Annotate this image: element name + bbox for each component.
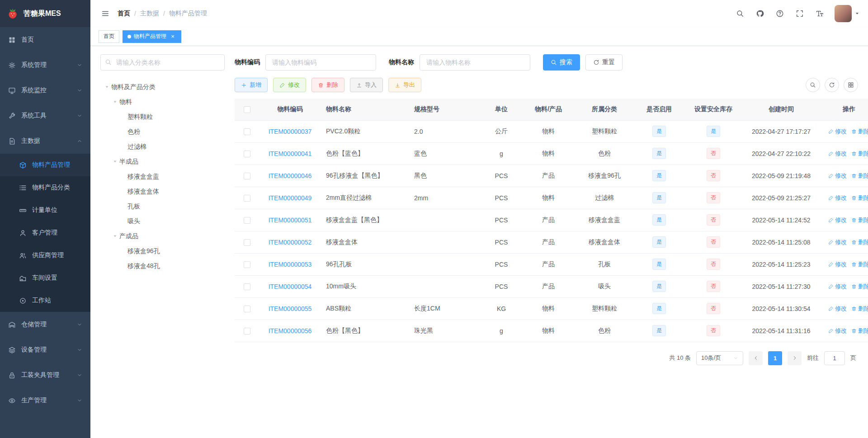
row-checkbox[interactable]: [244, 283, 250, 290]
row-edit-button[interactable]: 修改: [828, 305, 847, 313]
tab-material-product-mgmt[interactable]: 物料产品管理×: [123, 30, 181, 43]
tree-node[interactable]: 移液盒48孔: [100, 259, 225, 273]
columns-button[interactable]: [844, 78, 858, 92]
sidebar-item-system-monitor[interactable]: 系统监控: [0, 78, 90, 103]
app-logo[interactable]: 苦糖果MES: [0, 0, 90, 27]
row-checkbox[interactable]: [244, 239, 250, 246]
row-checkbox[interactable]: [244, 128, 250, 135]
breadcrumb-item[interactable]: 主数据: [140, 9, 159, 18]
tree-node[interactable]: 过滤棉: [100, 139, 225, 154]
sidebar-item-workstation[interactable]: 工作站: [0, 289, 90, 312]
material-code-link[interactable]: ITEM00000051: [269, 217, 312, 224]
font-size-icon[interactable]: [813, 7, 826, 20]
row-delete-button[interactable]: 删除: [851, 238, 868, 246]
prev-page-button[interactable]: [749, 351, 763, 365]
sidebar-item-warehouse-mgmt[interactable]: 仓储管理: [0, 312, 90, 337]
tree-node[interactable]: 吸头: [100, 214, 225, 229]
page-1-button[interactable]: 1: [768, 351, 782, 365]
toggle-search-button[interactable]: [806, 78, 820, 92]
caret-down-icon[interactable]: [102, 85, 111, 89]
fullscreen-icon[interactable]: [793, 7, 807, 20]
tree-node[interactable]: 产成品: [100, 229, 225, 244]
page-size-select[interactable]: 10条/页: [696, 351, 743, 365]
user-menu[interactable]: [835, 5, 860, 22]
search-button[interactable]: 搜索: [543, 54, 580, 71]
tree-node[interactable]: 塑料颗粒: [100, 109, 225, 124]
row-edit-button[interactable]: 修改: [828, 150, 847, 158]
row-delete-button[interactable]: 删除: [851, 283, 868, 291]
github-icon[interactable]: [753, 7, 767, 20]
sidebar-item-production-mgmt[interactable]: 生产管理: [0, 388, 90, 413]
sidebar-item-material-product-mgmt[interactable]: 物料产品管理: [0, 154, 90, 176]
row-delete-button[interactable]: 删除: [851, 327, 868, 335]
close-icon[interactable]: ×: [169, 33, 176, 40]
hamburger-icon[interactable]: [99, 7, 112, 20]
row-edit-button[interactable]: 修改: [828, 172, 847, 180]
goto-page-input[interactable]: [824, 351, 845, 365]
sidebar-item-system-tools[interactable]: 系统工具: [0, 103, 90, 128]
material-code-link[interactable]: ITEM00000041: [269, 150, 312, 157]
tree-node[interactable]: 物料及产品分类: [100, 80, 225, 94]
row-edit-button[interactable]: 修改: [828, 216, 847, 224]
row-edit-button[interactable]: 修改: [828, 127, 847, 136]
tree-node[interactable]: 孔板: [100, 199, 225, 214]
material-code-input[interactable]: [265, 54, 376, 71]
edit-button[interactable]: 修改: [273, 78, 306, 92]
sidebar-item-master-data[interactable]: 主数据: [0, 128, 90, 154]
next-page-button[interactable]: [788, 351, 802, 365]
caret-down-icon[interactable]: [110, 159, 119, 164]
sidebar-item-equipment-mgmt[interactable]: 设备管理: [0, 337, 90, 363]
select-all-checkbox[interactable]: [244, 106, 250, 113]
sidebar-item-customer-mgmt[interactable]: 客户管理: [0, 221, 90, 244]
row-checkbox[interactable]: [244, 306, 250, 312]
sidebar-item-workshop-setting[interactable]: 车间设置: [0, 267, 90, 289]
material-code-link[interactable]: ITEM00000055: [269, 305, 312, 312]
sidebar-item-measure-unit[interactable]: 计量单位: [0, 199, 90, 221]
material-code-link[interactable]: ITEM00000056: [269, 327, 312, 334]
category-search-input[interactable]: [100, 54, 225, 71]
row-delete-button[interactable]: 删除: [851, 194, 868, 202]
add-button[interactable]: 新增: [235, 78, 268, 92]
tree-node[interactable]: 半成品: [100, 154, 225, 169]
row-checkbox[interactable]: [244, 195, 250, 202]
sidebar-item-fixture-mgmt[interactable]: 工装夹具管理: [0, 363, 90, 388]
tree-node[interactable]: 物料: [100, 94, 225, 109]
row-checkbox[interactable]: [244, 328, 250, 334]
row-edit-button[interactable]: 修改: [828, 327, 847, 335]
row-checkbox[interactable]: [244, 151, 250, 157]
material-code-link[interactable]: ITEM00000037: [269, 128, 312, 135]
export-button[interactable]: 导出: [388, 78, 421, 92]
row-checkbox[interactable]: [244, 173, 250, 179]
caret-down-icon[interactable]: [110, 99, 119, 104]
material-name-input[interactable]: [420, 54, 530, 71]
refresh-table-button[interactable]: [825, 78, 839, 92]
row-checkbox[interactable]: [244, 261, 250, 268]
row-delete-button[interactable]: 删除: [851, 127, 868, 136]
tab-home[interactable]: 首页: [99, 30, 119, 43]
caret-down-icon[interactable]: [110, 234, 119, 239]
help-icon[interactable]: [773, 7, 787, 20]
material-code-link[interactable]: ITEM00000053: [269, 261, 312, 268]
import-button[interactable]: 导入: [350, 78, 383, 92]
row-delete-button[interactable]: 删除: [851, 216, 868, 224]
sidebar-item-supplier-mgmt[interactable]: 供应商管理: [0, 244, 90, 267]
row-edit-button[interactable]: 修改: [828, 283, 847, 291]
sidebar-item-system-mgmt[interactable]: 系统管理: [0, 52, 90, 78]
tree-node[interactable]: 色粉: [100, 124, 225, 139]
breadcrumb-item[interactable]: 首页: [118, 9, 130, 18]
row-edit-button[interactable]: 修改: [828, 238, 847, 246]
row-delete-button[interactable]: 删除: [851, 172, 868, 180]
tree-node[interactable]: 移液盒96孔: [100, 244, 225, 259]
row-edit-button[interactable]: 修改: [828, 260, 847, 268]
row-delete-button[interactable]: 删除: [851, 150, 868, 158]
sidebar-item-material-product-category[interactable]: 物料产品分类: [0, 176, 90, 199]
row-checkbox[interactable]: [244, 217, 250, 224]
material-code-link[interactable]: ITEM00000049: [269, 194, 312, 202]
material-code-link[interactable]: ITEM00000052: [269, 239, 312, 246]
tree-node[interactable]: 移液盒盒体: [100, 184, 225, 199]
row-edit-button[interactable]: 修改: [828, 194, 847, 202]
sidebar-item-home[interactable]: 首页: [0, 27, 90, 52]
tree-node[interactable]: 移液盒盒盖: [100, 169, 225, 184]
reset-button[interactable]: 重置: [585, 54, 623, 71]
material-code-link[interactable]: ITEM00000054: [269, 283, 312, 290]
